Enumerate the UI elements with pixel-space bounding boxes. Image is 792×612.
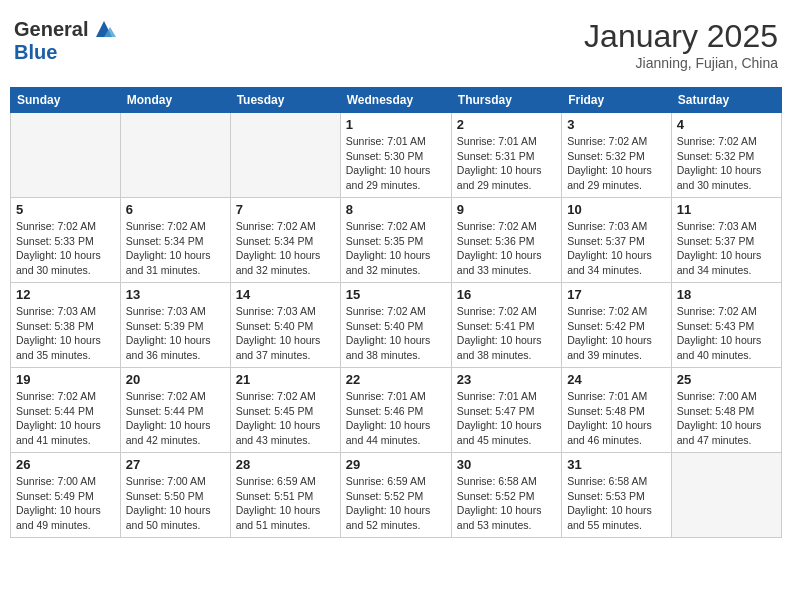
day-cell: 31Sunrise: 6:58 AM Sunset: 5:53 PM Dayli… bbox=[562, 453, 672, 538]
day-cell: 27Sunrise: 7:00 AM Sunset: 5:50 PM Dayli… bbox=[120, 453, 230, 538]
weekday-header-sunday: Sunday bbox=[11, 88, 121, 113]
day-number: 4 bbox=[677, 117, 776, 132]
day-cell: 17Sunrise: 7:02 AM Sunset: 5:42 PM Dayli… bbox=[562, 283, 672, 368]
day-cell: 20Sunrise: 7:02 AM Sunset: 5:44 PM Dayli… bbox=[120, 368, 230, 453]
day-number: 23 bbox=[457, 372, 556, 387]
day-number: 16 bbox=[457, 287, 556, 302]
day-info: Sunrise: 7:02 AM Sunset: 5:36 PM Dayligh… bbox=[457, 219, 556, 278]
day-cell: 24Sunrise: 7:01 AM Sunset: 5:48 PM Dayli… bbox=[562, 368, 672, 453]
day-number: 17 bbox=[567, 287, 666, 302]
week-row-1: 1Sunrise: 7:01 AM Sunset: 5:30 PM Daylig… bbox=[11, 113, 782, 198]
day-cell: 16Sunrise: 7:02 AM Sunset: 5:41 PM Dayli… bbox=[451, 283, 561, 368]
day-cell: 3Sunrise: 7:02 AM Sunset: 5:32 PM Daylig… bbox=[562, 113, 672, 198]
day-number: 11 bbox=[677, 202, 776, 217]
day-number: 25 bbox=[677, 372, 776, 387]
weekday-header-wednesday: Wednesday bbox=[340, 88, 451, 113]
day-info: Sunrise: 7:03 AM Sunset: 5:37 PM Dayligh… bbox=[567, 219, 666, 278]
day-cell: 12Sunrise: 7:03 AM Sunset: 5:38 PM Dayli… bbox=[11, 283, 121, 368]
day-info: Sunrise: 7:03 AM Sunset: 5:39 PM Dayligh… bbox=[126, 304, 225, 363]
day-info: Sunrise: 7:02 AM Sunset: 5:41 PM Dayligh… bbox=[457, 304, 556, 363]
logo: General Blue bbox=[14, 18, 118, 64]
day-info: Sunrise: 7:01 AM Sunset: 5:30 PM Dayligh… bbox=[346, 134, 446, 193]
day-number: 7 bbox=[236, 202, 335, 217]
day-cell: 14Sunrise: 7:03 AM Sunset: 5:40 PM Dayli… bbox=[230, 283, 340, 368]
day-cell bbox=[120, 113, 230, 198]
day-cell bbox=[671, 453, 781, 538]
day-number: 2 bbox=[457, 117, 556, 132]
day-cell: 13Sunrise: 7:03 AM Sunset: 5:39 PM Dayli… bbox=[120, 283, 230, 368]
day-info: Sunrise: 6:58 AM Sunset: 5:53 PM Dayligh… bbox=[567, 474, 666, 533]
title-block: January 2025 Jianning, Fujian, China bbox=[584, 18, 778, 71]
day-cell: 7Sunrise: 7:02 AM Sunset: 5:34 PM Daylig… bbox=[230, 198, 340, 283]
day-cell: 18Sunrise: 7:02 AM Sunset: 5:43 PM Dayli… bbox=[671, 283, 781, 368]
weekday-header-friday: Friday bbox=[562, 88, 672, 113]
weekday-header-saturday: Saturday bbox=[671, 88, 781, 113]
day-number: 9 bbox=[457, 202, 556, 217]
day-number: 26 bbox=[16, 457, 115, 472]
day-info: Sunrise: 6:59 AM Sunset: 5:51 PM Dayligh… bbox=[236, 474, 335, 533]
day-number: 5 bbox=[16, 202, 115, 217]
day-info: Sunrise: 7:03 AM Sunset: 5:37 PM Dayligh… bbox=[677, 219, 776, 278]
day-number: 14 bbox=[236, 287, 335, 302]
day-number: 6 bbox=[126, 202, 225, 217]
day-number: 19 bbox=[16, 372, 115, 387]
day-number: 29 bbox=[346, 457, 446, 472]
day-cell: 22Sunrise: 7:01 AM Sunset: 5:46 PM Dayli… bbox=[340, 368, 451, 453]
day-cell: 4Sunrise: 7:02 AM Sunset: 5:32 PM Daylig… bbox=[671, 113, 781, 198]
weekday-header-monday: Monday bbox=[120, 88, 230, 113]
day-info: Sunrise: 7:00 AM Sunset: 5:50 PM Dayligh… bbox=[126, 474, 225, 533]
week-row-3: 12Sunrise: 7:03 AM Sunset: 5:38 PM Dayli… bbox=[11, 283, 782, 368]
day-cell bbox=[230, 113, 340, 198]
day-cell: 10Sunrise: 7:03 AM Sunset: 5:37 PM Dayli… bbox=[562, 198, 672, 283]
day-info: Sunrise: 7:00 AM Sunset: 5:48 PM Dayligh… bbox=[677, 389, 776, 448]
day-cell: 11Sunrise: 7:03 AM Sunset: 5:37 PM Dayli… bbox=[671, 198, 781, 283]
logo-blue: Blue bbox=[14, 41, 57, 64]
day-number: 22 bbox=[346, 372, 446, 387]
page-header: General Blue January 2025 Jianning, Fuji… bbox=[10, 10, 782, 79]
day-number: 18 bbox=[677, 287, 776, 302]
day-cell: 23Sunrise: 7:01 AM Sunset: 5:47 PM Dayli… bbox=[451, 368, 561, 453]
day-info: Sunrise: 7:02 AM Sunset: 5:44 PM Dayligh… bbox=[16, 389, 115, 448]
day-cell: 9Sunrise: 7:02 AM Sunset: 5:36 PM Daylig… bbox=[451, 198, 561, 283]
day-cell: 28Sunrise: 6:59 AM Sunset: 5:51 PM Dayli… bbox=[230, 453, 340, 538]
day-info: Sunrise: 7:02 AM Sunset: 5:35 PM Dayligh… bbox=[346, 219, 446, 278]
weekday-header-row: SundayMondayTuesdayWednesdayThursdayFrid… bbox=[11, 88, 782, 113]
day-number: 3 bbox=[567, 117, 666, 132]
weekday-header-tuesday: Tuesday bbox=[230, 88, 340, 113]
day-info: Sunrise: 6:59 AM Sunset: 5:52 PM Dayligh… bbox=[346, 474, 446, 533]
logo-general: General bbox=[14, 18, 88, 41]
day-info: Sunrise: 7:02 AM Sunset: 5:32 PM Dayligh… bbox=[567, 134, 666, 193]
day-cell: 29Sunrise: 6:59 AM Sunset: 5:52 PM Dayli… bbox=[340, 453, 451, 538]
day-cell: 21Sunrise: 7:02 AM Sunset: 5:45 PM Dayli… bbox=[230, 368, 340, 453]
day-cell: 15Sunrise: 7:02 AM Sunset: 5:40 PM Dayli… bbox=[340, 283, 451, 368]
day-number: 28 bbox=[236, 457, 335, 472]
day-info: Sunrise: 7:03 AM Sunset: 5:40 PM Dayligh… bbox=[236, 304, 335, 363]
day-number: 27 bbox=[126, 457, 225, 472]
day-cell: 1Sunrise: 7:01 AM Sunset: 5:30 PM Daylig… bbox=[340, 113, 451, 198]
day-info: Sunrise: 7:01 AM Sunset: 5:31 PM Dayligh… bbox=[457, 134, 556, 193]
day-cell: 19Sunrise: 7:02 AM Sunset: 5:44 PM Dayli… bbox=[11, 368, 121, 453]
day-info: Sunrise: 7:01 AM Sunset: 5:47 PM Dayligh… bbox=[457, 389, 556, 448]
day-number: 13 bbox=[126, 287, 225, 302]
day-number: 30 bbox=[457, 457, 556, 472]
day-cell: 6Sunrise: 7:02 AM Sunset: 5:34 PM Daylig… bbox=[120, 198, 230, 283]
logo-icon bbox=[90, 19, 118, 41]
day-info: Sunrise: 7:02 AM Sunset: 5:42 PM Dayligh… bbox=[567, 304, 666, 363]
day-number: 21 bbox=[236, 372, 335, 387]
day-cell: 5Sunrise: 7:02 AM Sunset: 5:33 PM Daylig… bbox=[11, 198, 121, 283]
day-info: Sunrise: 7:03 AM Sunset: 5:38 PM Dayligh… bbox=[16, 304, 115, 363]
day-number: 20 bbox=[126, 372, 225, 387]
day-info: Sunrise: 7:02 AM Sunset: 5:40 PM Dayligh… bbox=[346, 304, 446, 363]
week-row-2: 5Sunrise: 7:02 AM Sunset: 5:33 PM Daylig… bbox=[11, 198, 782, 283]
day-cell bbox=[11, 113, 121, 198]
day-info: Sunrise: 7:02 AM Sunset: 5:32 PM Dayligh… bbox=[677, 134, 776, 193]
day-number: 10 bbox=[567, 202, 666, 217]
day-cell: 25Sunrise: 7:00 AM Sunset: 5:48 PM Dayli… bbox=[671, 368, 781, 453]
day-cell: 30Sunrise: 6:58 AM Sunset: 5:52 PM Dayli… bbox=[451, 453, 561, 538]
day-cell: 26Sunrise: 7:00 AM Sunset: 5:49 PM Dayli… bbox=[11, 453, 121, 538]
day-number: 8 bbox=[346, 202, 446, 217]
day-number: 15 bbox=[346, 287, 446, 302]
day-info: Sunrise: 7:02 AM Sunset: 5:34 PM Dayligh… bbox=[236, 219, 335, 278]
month-title: January 2025 bbox=[584, 18, 778, 55]
weekday-header-thursday: Thursday bbox=[451, 88, 561, 113]
